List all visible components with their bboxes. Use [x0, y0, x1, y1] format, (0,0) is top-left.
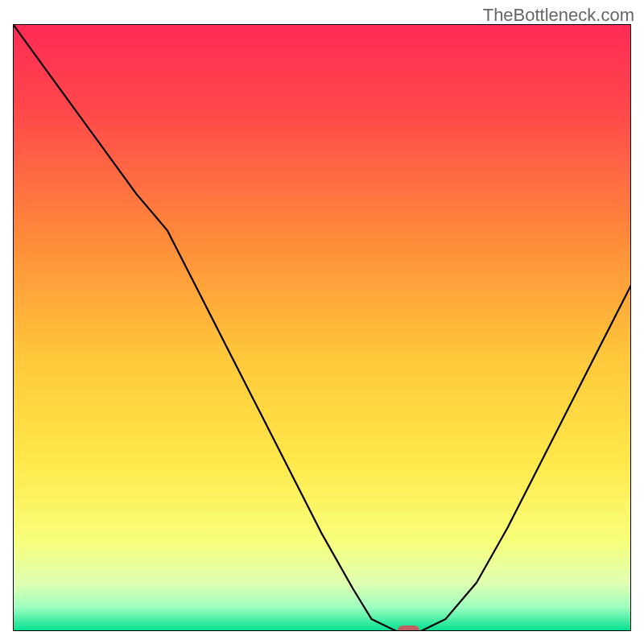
gradient-background [13, 24, 631, 631]
chart-svg [13, 24, 631, 631]
plot-area [13, 24, 631, 631]
chart-container: TheBottleneck.com [0, 0, 644, 644]
watermark-text: TheBottleneck.com [483, 5, 634, 26]
optimal-marker [398, 625, 420, 631]
